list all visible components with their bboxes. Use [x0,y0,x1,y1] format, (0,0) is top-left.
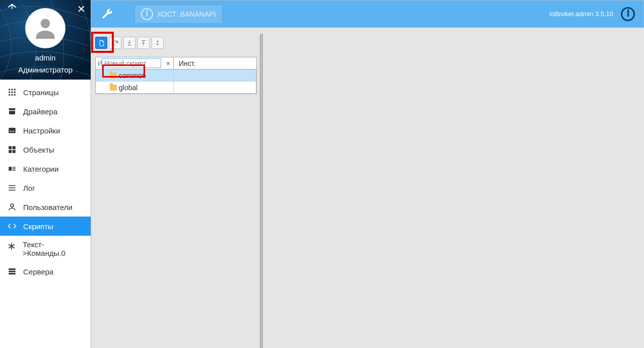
nav-label: Сервера [23,267,53,276]
download-icon [126,40,132,46]
svg-rect-28 [9,273,16,274]
list-icon [7,183,17,193]
settings-button[interactable] [99,7,114,22]
svg-rect-18 [9,167,12,171]
sidebar-username: admin [0,53,91,62]
folder-icon [110,73,117,79]
collapse-button[interactable] [137,37,150,49]
svg-rect-4 [14,89,16,90]
nav-pages[interactable]: Страницы [0,83,91,102]
tree-header: И × Инст. [96,57,256,69]
new-script-button[interactable] [95,37,107,49]
svg-point-25 [11,204,14,207]
nav-label: Скрипты [23,222,53,231]
svg-rect-22 [9,185,16,186]
storage-icon [7,266,17,276]
host-label: ХОСТ: BANANAPI [157,10,216,18]
clear-filter-button[interactable]: × [166,59,170,67]
nav-label: Драйвера [23,107,57,116]
tree-row-label: global [119,84,137,92]
nav-label: Настройки [23,126,60,135]
grid-view-icon [7,145,17,155]
folder-icon [110,85,117,91]
nav-log[interactable]: Лог [0,178,91,197]
nav-label: Лог [23,184,35,192]
storefront-icon [7,106,17,116]
svg-rect-5 [9,92,10,93]
svg-rect-12 [10,131,12,132]
nav-scripts[interactable]: Скрипты [0,217,91,236]
nav-enums[interactable]: Категории [0,159,91,178]
wrench-icon [100,8,113,21]
sidebar-header: ✕ admin Администратор [0,0,91,80]
tree-col-name: И × [96,57,174,69]
expand-button[interactable] [152,37,164,49]
asterisk-icon [7,241,17,251]
svg-rect-16 [9,150,12,153]
file-icon [98,40,105,46]
tree-col-instance: Инст. [174,57,256,69]
avatar [25,8,65,48]
nav-label: Страницы [23,88,58,97]
nav-label: Пользователи [23,203,73,212]
svg-rect-27 [9,271,16,272]
subtitles-icon [7,125,17,135]
svg-rect-13 [13,131,15,132]
topbar: ХОСТ: BANANAPI ioBroker.admin 3.5.10 [91,0,644,28]
nav: Страницы Драйвера Настройки Объекты Кате… [0,80,91,281]
svg-rect-26 [9,268,16,270]
svg-rect-19 [13,167,16,168]
tree-row-global[interactable]: global [96,82,256,94]
user-avatar-icon [31,14,59,42]
nav-label: Категории [23,165,58,173]
script-toolbar [95,37,164,49]
script-tree: И × Инст. common global [95,57,257,94]
svg-rect-23 [9,187,16,188]
nav-text2command[interactable]: Текст->Команды.0 [0,236,91,262]
svg-rect-3 [12,89,13,90]
refresh-icon [112,40,119,46]
close-sidebar-button[interactable]: ✕ [77,3,86,15]
person-icon [7,202,17,212]
svg-rect-24 [9,190,16,191]
download-button[interactable] [123,37,135,49]
nav-users[interactable]: Пользователи [0,197,91,217]
nav-label: Текст->Команды.0 [23,240,84,257]
art-track-icon [7,164,17,174]
svg-rect-17 [13,150,16,153]
expand-icon [155,40,161,46]
svg-rect-6 [12,92,13,93]
host-selector[interactable]: ХОСТ: BANANAPI [134,5,223,24]
topbar-right: ioBroker.admin 3.5.10 [550,7,635,22]
brand-logo[interactable] [620,7,635,22]
svg-rect-11 [9,128,16,133]
svg-rect-9 [12,94,13,96]
apps-grid-icon [7,87,17,97]
svg-rect-8 [9,94,10,96]
nav-label: Объекты [23,146,54,154]
tree-row-label: common [119,72,146,80]
svg-rect-10 [14,94,16,96]
tree-row-common[interactable]: common [96,69,256,82]
power-icon [141,8,153,20]
svg-rect-7 [14,92,16,93]
sidebar-role: Администратор [0,65,91,74]
script-filter-input[interactable] [102,58,161,68]
svg-rect-20 [13,168,16,169]
code-icon [7,221,17,231]
svg-rect-14 [9,146,12,149]
app-logo-icon [7,3,17,15]
instance-header-label: Инст. [179,59,196,67]
collapse-icon [140,40,147,46]
refresh-button[interactable] [109,37,121,49]
nav-objects[interactable]: Объекты [0,140,91,159]
splitter-handle[interactable] [260,34,263,348]
nav-adapters[interactable]: Драйвера [0,102,91,121]
power-icon [621,7,635,21]
nav-hosts[interactable]: Сервера [0,262,91,281]
sidebar: ✕ admin Администратор Страницы Драйвера [0,0,91,348]
nav-instances[interactable]: Настройки [0,121,91,140]
svg-rect-15 [13,146,16,149]
version-label: ioBroker.admin 3.5.10 [550,10,613,18]
svg-point-1 [41,19,50,28]
